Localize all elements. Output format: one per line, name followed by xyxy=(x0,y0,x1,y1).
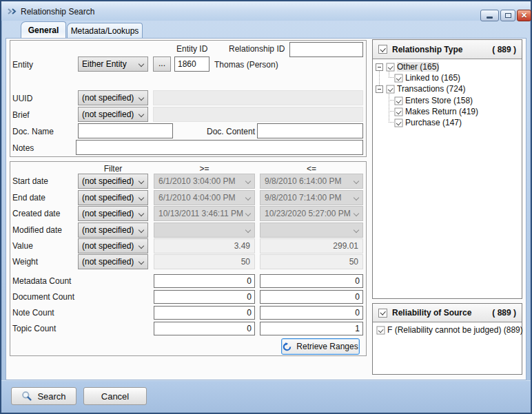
chevron-down-icon xyxy=(245,211,251,216)
topic-count-max-input[interactable] xyxy=(260,322,363,335)
ge-column-header: >= xyxy=(154,164,255,174)
tree-connector xyxy=(389,100,393,101)
tree-node-label[interactable]: Linked to (165) xyxy=(405,73,460,83)
start-date-ge-field: 6/1/2010 3:04:00 PM xyxy=(154,174,255,189)
doc-name-input[interactable] xyxy=(78,123,173,138)
tree-node-label[interactable]: Purchase (147) xyxy=(405,118,462,127)
tree-node-label[interactable]: Other (165) xyxy=(397,62,439,72)
weight-ge-field: 50 xyxy=(154,254,255,269)
close-button[interactable]: ✕ xyxy=(517,10,531,21)
modified-date-label: Modified date xyxy=(12,225,62,235)
collapse-icon[interactable] xyxy=(376,63,383,71)
tree-node-transactions[interactable]: Transactions (724) xyxy=(376,83,466,94)
document-count-min-input[interactable] xyxy=(154,290,255,304)
topic-count-min-input[interactable] xyxy=(154,322,255,335)
document-count-label: Document Count xyxy=(12,292,74,302)
search-button[interactable]: Search xyxy=(11,387,76,405)
created-date-label: Created date xyxy=(12,209,60,218)
search-button-label: Search xyxy=(37,391,65,402)
tree-checkbox[interactable] xyxy=(387,85,395,93)
tree-node-label[interactable]: Transactions (724) xyxy=(397,84,466,94)
entity-id-input[interactable] xyxy=(174,56,209,72)
relationship-id-label: Relationship ID xyxy=(229,44,285,54)
entity-browse-button[interactable]: ... xyxy=(153,56,171,72)
tree-connector xyxy=(389,111,393,112)
chevron-down-icon xyxy=(245,227,251,233)
tree-checkbox[interactable] xyxy=(395,118,403,127)
relationship-type-title: Relationship Type xyxy=(392,45,462,54)
document-count-max-input[interactable] xyxy=(260,290,363,304)
tree-checkbox[interactable] xyxy=(395,107,403,116)
tree-node-makes-return[interactable]: Makes Return (419) xyxy=(394,106,478,117)
reliability-count: ( 889 ) xyxy=(492,308,516,318)
end-date-filter-combo[interactable]: (not specified) xyxy=(78,190,148,205)
uuid-label: UUID xyxy=(12,94,32,103)
chevron-down-icon xyxy=(354,178,359,184)
minimize-button[interactable] xyxy=(480,10,499,21)
doc-content-input[interactable] xyxy=(257,123,363,138)
end-date-ge-field: 6/1/2010 4:04:00 PM xyxy=(154,190,255,205)
metadata-count-min-input[interactable] xyxy=(154,274,255,288)
cancel-button[interactable]: Cancel xyxy=(83,387,147,405)
note-count-max-input[interactable] xyxy=(260,306,363,320)
chevron-down-icon xyxy=(354,195,359,200)
uuid-filter-combo[interactable]: (not specified) xyxy=(78,90,148,105)
search-icon xyxy=(21,391,32,402)
app-icon xyxy=(8,8,18,15)
collapse-icon[interactable] xyxy=(376,85,383,93)
start-date-le-field: 9/8/2010 6:14:00 PM xyxy=(260,174,363,189)
chevron-down-icon xyxy=(139,211,144,216)
tree-connector xyxy=(389,91,389,123)
maximize-icon xyxy=(505,13,511,18)
reliability-item-f[interactable]: F (Reliability cannot be judged) (889) xyxy=(376,324,523,335)
tree-node-other[interactable]: Other (165) xyxy=(376,61,439,72)
relationship-type-checkbox[interactable] xyxy=(378,45,387,54)
created-date-filter-combo[interactable]: (not specified) xyxy=(78,206,148,221)
tree-node-linked-to[interactable]: Linked to (165) xyxy=(394,72,460,83)
tree-node-label[interactable]: Makes Return (419) xyxy=(405,107,478,116)
metadata-count-max-input[interactable] xyxy=(260,274,363,288)
tree-checkbox[interactable] xyxy=(395,74,403,82)
entity-label: Entity xyxy=(12,60,33,70)
value-le-field: 299.01 xyxy=(260,238,363,253)
tree-node-enters-store[interactable]: Enters Store (158) xyxy=(394,95,473,106)
chevron-down-icon xyxy=(245,178,251,184)
tree-checkbox[interactable] xyxy=(387,63,395,71)
retrieve-ranges-button[interactable]: Retrieve Ranges xyxy=(281,338,360,355)
brief-filter-value: (not specified) xyxy=(82,110,134,119)
value-filter-combo[interactable]: (not specified) xyxy=(78,238,148,253)
footer-band xyxy=(1,380,531,413)
reliability-item-label[interactable]: F (Reliability cannot be judged) (889) xyxy=(387,325,523,335)
notes-label: Notes xyxy=(12,143,34,153)
maximize-button[interactable] xyxy=(500,10,515,21)
reliability-checkbox[interactable] xyxy=(378,309,387,318)
value-label: Value xyxy=(12,241,33,251)
modified-date-filter-combo[interactable]: (not specified) xyxy=(78,222,148,238)
reliability-item-checkbox[interactable] xyxy=(377,326,385,334)
note-count-min-input[interactable] xyxy=(154,306,255,320)
reliability-title: Reliability of Source xyxy=(392,308,471,318)
doc-name-label: Doc. Name xyxy=(12,127,54,136)
notes-input[interactable] xyxy=(76,140,363,155)
filter-value: (not specified) xyxy=(82,257,134,267)
tab-general[interactable]: General xyxy=(21,21,66,38)
brief-filter-combo[interactable]: (not specified) xyxy=(78,107,148,122)
chevron-down-icon xyxy=(139,61,144,67)
relationship-id-input[interactable] xyxy=(289,42,363,57)
brief-input-disabled xyxy=(153,107,363,122)
weight-le-field: 50 xyxy=(260,254,363,269)
weight-filter-combo[interactable]: (not specified) xyxy=(78,254,148,269)
chevron-down-icon xyxy=(354,227,359,233)
title-bar: Relationship Search ✕ xyxy=(1,1,531,21)
tree-checkbox[interactable] xyxy=(395,96,403,105)
tab-metadata-lookups[interactable]: Metadata/Lookups xyxy=(67,23,143,38)
chevron-down-icon xyxy=(139,112,144,117)
metadata-count-label: Metadata Count xyxy=(12,276,71,286)
start-date-filter-combo[interactable]: (not specified) xyxy=(78,174,148,189)
relationship-type-header: Relationship Type ( 889 ) xyxy=(373,40,522,59)
entity-combo[interactable]: Either Entity xyxy=(78,56,148,72)
topic-count-label: Topic Count xyxy=(12,324,56,333)
tree-node-purchase[interactable]: Purchase (147) xyxy=(394,117,462,128)
chevron-down-icon xyxy=(139,195,144,200)
tree-node-label[interactable]: Enters Store (158) xyxy=(405,96,473,105)
